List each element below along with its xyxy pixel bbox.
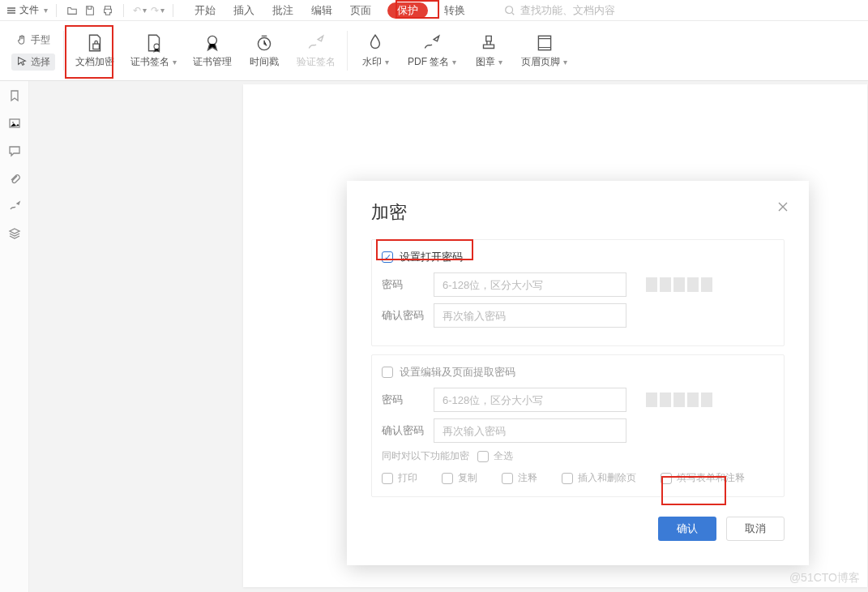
tab-insert[interactable]: 插入 — [232, 2, 256, 19]
pdf-sign-icon — [421, 32, 443, 54]
checkbox-unchecked-icon — [382, 473, 393, 484]
edit-password-confirm-row: 确认密码 — [382, 418, 774, 443]
chevron-down-icon: ▾ — [563, 58, 567, 66]
checkbox-unchecked-icon — [502, 473, 513, 484]
open-icon[interactable] — [65, 3, 79, 18]
checkbox-checked-icon — [382, 251, 393, 263]
ribbon-separator — [63, 31, 64, 71]
checkbox-unchecked-icon — [562, 473, 573, 484]
set-open-password-checkbox[interactable]: 设置打开密码 — [382, 250, 774, 264]
encrypt-dialog: 加密 设置打开密码 密码 确认密码 设置编辑及页面提取密码 密码 确认密码 — [347, 181, 809, 565]
chevron-down-icon: ▾ — [44, 6, 48, 15]
select-mode[interactable]: 选择 — [11, 54, 55, 71]
svg-point-3 — [208, 36, 217, 45]
cancel-button[interactable]: 取消 — [726, 517, 785, 541]
hand-icon — [16, 34, 28, 45]
separator — [173, 4, 173, 17]
signature-panel-icon[interactable] — [8, 199, 21, 212]
tool-cert-manage[interactable]: 证书管理 — [185, 21, 240, 80]
set-edit-password-checkbox[interactable]: 设置编辑及页面提取密码 — [382, 365, 774, 380]
header-footer-icon — [534, 32, 555, 54]
tab-page[interactable]: 页面 — [348, 2, 373, 19]
tool-encrypt[interactable]: 文档加密 — [67, 21, 122, 80]
tab-annotate[interactable]: 批注 — [271, 2, 295, 19]
ribbon: 手型 选择 文档加密 证书签名▾ 证书管理 时间戳 验证签名 水印▾ PDF 签… — [0, 21, 868, 81]
svg-rect-5 — [538, 36, 550, 49]
dialog-close-icon[interactable] — [776, 200, 789, 216]
svg-point-2 — [154, 44, 160, 49]
ok-button[interactable]: 确认 — [658, 517, 716, 541]
document-lock-icon — [84, 32, 105, 54]
watermark-icon — [365, 32, 386, 54]
sub-options-label: 同时对以下功能加密 — [382, 449, 469, 463]
layers-icon[interactable] — [8, 227, 21, 240]
clock-icon — [254, 32, 275, 54]
open-password-row: 密码 — [382, 272, 774, 297]
file-menu[interactable]: 文件 ▾ — [6, 3, 48, 17]
password-label: 密码 — [382, 277, 425, 292]
confirm-password-label: 确认密码 — [382, 423, 425, 438]
edit-password-section: 设置编辑及页面提取密码 密码 确认密码 同时对以下功能加密 全选 打印 复制 注… — [371, 354, 785, 497]
chevron-down-icon: ▾ — [498, 58, 502, 66]
search-placeholder: 查找功能、文档内容 — [520, 3, 615, 18]
tab-start[interactable]: 开始 — [193, 2, 217, 19]
edit-password-confirm-input[interactable] — [434, 418, 626, 443]
edit-password-input[interactable] — [434, 388, 626, 412]
cursor-icon — [16, 56, 28, 67]
checkbox-unchecked-icon — [477, 451, 489, 462]
chevron-down-icon: ▾ — [385, 58, 389, 66]
dialog-title: 加密 — [371, 200, 785, 225]
hamburger-icon — [6, 6, 16, 15]
svg-rect-1 — [93, 44, 100, 49]
tool-watermark[interactable]: 水印▾ — [351, 21, 400, 80]
svg-point-0 — [506, 6, 513, 13]
certificate-manage-icon — [202, 32, 223, 54]
opt-form[interactable]: 填写表单和注释 — [661, 471, 745, 485]
tab-edit[interactable]: 编辑 — [310, 2, 334, 19]
open-password-input[interactable] — [434, 272, 626, 297]
opt-copy[interactable]: 复制 — [442, 471, 477, 485]
search-box[interactable]: 查找功能、文档内容 — [504, 3, 615, 18]
tool-header-footer[interactable]: 页眉页脚▾ — [513, 21, 575, 80]
sub-options: 同时对以下功能加密 全选 打印 复制 注释 插入和删除页 填写表单和注释 — [382, 449, 774, 485]
tool-verify-sign[interactable]: 验证签名 — [289, 21, 344, 80]
password-label: 密码 — [382, 393, 425, 407]
stamp-icon — [478, 32, 499, 54]
tool-timestamp[interactable]: 时间戳 — [240, 21, 289, 80]
tool-stamp[interactable]: 图章▾ — [464, 21, 513, 80]
separator — [123, 4, 124, 17]
tab-protect[interactable]: 保护 — [387, 2, 428, 19]
open-password-confirm-row: 确认密码 — [382, 303, 774, 328]
mode-column: 手型 选择 — [6, 21, 60, 80]
tool-pdf-sign[interactable]: PDF 签名▾ — [400, 21, 464, 80]
password-strength-meter — [646, 393, 712, 407]
left-sidebar — [0, 81, 29, 592]
print-icon[interactable] — [100, 3, 115, 18]
attachment-icon[interactable] — [8, 172, 21, 185]
opt-comment[interactable]: 注释 — [502, 471, 537, 485]
tab-convert[interactable]: 转换 — [443, 2, 467, 19]
ribbon-separator — [347, 31, 348, 71]
image-icon[interactable] — [8, 117, 21, 130]
checkbox-unchecked-icon — [442, 473, 453, 484]
certificate-sign-icon — [143, 32, 165, 54]
comment-icon[interactable] — [8, 144, 21, 157]
open-password-section: 设置打开密码 密码 确认密码 — [371, 239, 785, 346]
redo-icon[interactable]: ↷▾ — [150, 3, 165, 18]
hand-mode[interactable]: 手型 — [11, 32, 55, 49]
verify-sign-icon — [306, 32, 327, 54]
undo-icon[interactable]: ↶▾ — [132, 3, 147, 18]
top-bar: 文件 ▾ ↶▾ ↷▾ 开始 插入 批注 编辑 页面 保护 转换 查找功能、文档内… — [0, 0, 868, 21]
separator — [56, 4, 57, 17]
chevron-down-icon: ▾ — [452, 58, 456, 66]
tool-cert-sign[interactable]: 证书签名▾ — [122, 21, 185, 80]
confirm-password-label: 确认密码 — [382, 308, 425, 323]
opt-print[interactable]: 打印 — [382, 471, 417, 485]
menu-tabs: 开始 插入 批注 编辑 页面 保护 转换 — [193, 2, 467, 19]
save-icon[interactable] — [83, 3, 97, 18]
open-password-confirm-input[interactable] — [434, 303, 626, 328]
bookmark-icon[interactable] — [8, 89, 21, 102]
chevron-down-icon: ▾ — [173, 58, 177, 66]
opt-insert-delete[interactable]: 插入和删除页 — [562, 471, 636, 485]
select-all-checkbox[interactable]: 全选 — [477, 449, 513, 463]
